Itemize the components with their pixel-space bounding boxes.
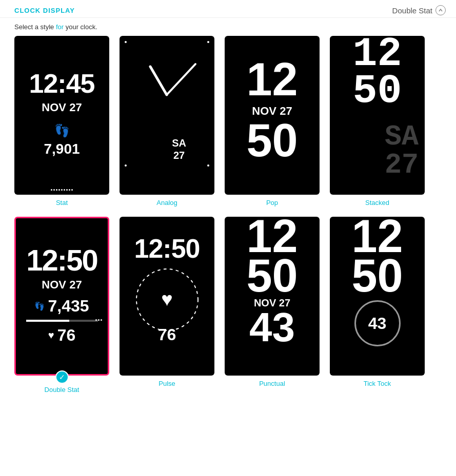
progress-fill [26, 320, 69, 322]
double-stat-date: NOV 27 [42, 278, 82, 292]
ticktock-num: 43 [354, 300, 401, 346]
clock-item-tick-tock[interactable]: 12 50 43 Tick Tock [330, 217, 425, 394]
clock-face-stacked: 12 50 SA27 [330, 36, 425, 195]
clock-face-pop: 12 NOV 27 50 [225, 36, 320, 195]
stat-time: 12:45 [29, 68, 95, 99]
punctual-label: Punctual [259, 380, 285, 387]
stacked-overlay: SA27 [385, 123, 419, 179]
analog-date: SA27 [172, 137, 186, 161]
double-stat-wrapper: 12:50 NOV 27 👣 7,435 ♥ 76 [14, 217, 109, 376]
heart-icon: ♥ [48, 329, 54, 341]
current-style-label: Double Stat [392, 6, 432, 15]
pulse-ring: ♥ [131, 264, 203, 336]
pulse-bpm: 76 [158, 325, 176, 344]
clock-face-stat: 12:45 NOV 27 👣 7,901 [14, 36, 109, 195]
clock-item-stat[interactable]: 12:45 NOV 27 👣 7,901 Stat [14, 36, 109, 206]
punctual-min: 50 [246, 256, 298, 296]
progress-bar [26, 320, 98, 322]
clock-face-punctual: 12 50 NOV 27 43 [225, 217, 320, 376]
clock-row-1: 12:45 NOV 27 👣 7,901 Stat [10, 36, 446, 206]
tick-tock-label: Tick Tock [364, 380, 391, 387]
double-stat-steps: 7,435 [48, 297, 89, 316]
clock-face-tick-tock: 12 50 43 [330, 217, 425, 376]
svg-line-1 [167, 64, 195, 95]
clock-face-double-stat: 12:50 NOV 27 👣 7,435 ♥ 76 [14, 217, 109, 376]
clock-item-pop[interactable]: 12 NOV 27 50 Pop [225, 36, 320, 206]
double-stat-heart-row: ♥ 76 [48, 326, 75, 345]
stat-steps: 7,901 [44, 141, 80, 157]
stacked-label: Stacked [365, 199, 389, 206]
stacked-min: 50 [352, 73, 402, 110]
double-stat-time: 12:50 [26, 243, 97, 277]
footsteps-icon: 👣 [54, 123, 70, 138]
corner-dot-br [207, 164, 209, 167]
page-title: CLOCK DISPLAY [14, 7, 75, 14]
punctual-num: 43 [249, 309, 295, 346]
clock-item-analog[interactable]: SA27 Analog [120, 36, 214, 206]
double-stat-heart: 76 [57, 326, 76, 345]
subtitle-text: Select a style for your clock. [0, 18, 456, 36]
page-header: CLOCK DISPLAY Double Stat [0, 0, 456, 18]
clock-item-pulse[interactable]: 12:50 ♥ 76 Pulse [120, 217, 214, 394]
analog-label: Analog [156, 199, 177, 206]
selected-checkmark: ✓ [55, 370, 69, 384]
corner-dot-bl [125, 164, 127, 167]
svg-line-0 [150, 67, 167, 95]
pop-label: Pop [266, 199, 278, 206]
stat-date: NOV 27 [42, 101, 82, 114]
pop-hour: 12 [246, 59, 298, 100]
stat-label: Stat [56, 199, 68, 206]
clock-item-punctual[interactable]: 12 50 NOV 27 43 Punctual [225, 217, 320, 394]
analog-svg [120, 36, 214, 154]
pop-min: 50 [246, 120, 298, 161]
bottom-dots [51, 189, 73, 191]
pulse-heart-icon: ♥ [161, 288, 173, 311]
double-stat-steps-row: 👣 7,435 [34, 297, 89, 316]
ticktock-min: 50 [351, 256, 403, 296]
clock-item-double-stat[interactable]: 12:50 NOV 27 👣 7,435 ♥ 76 [14, 217, 109, 394]
pulse-label: Pulse [158, 380, 175, 387]
step-icon: 👣 [34, 301, 45, 311]
clock-face-pulse: 12:50 ♥ 76 [120, 217, 214, 376]
clock-face-analog: SA27 [120, 36, 214, 195]
pulse-time: 12:50 [134, 233, 200, 264]
clock-row-2: 12:50 NOV 27 👣 7,435 ♥ 76 [10, 217, 446, 394]
progress-dots [95, 319, 102, 321]
current-style-display[interactable]: Double Stat [392, 5, 446, 15]
double-stat-label: Double Stat [45, 386, 80, 394]
clock-grid: 12:45 NOV 27 👣 7,901 Stat [0, 36, 456, 414]
chevron-up-icon[interactable] [435, 5, 446, 15]
clock-item-stacked[interactable]: 12 50 SA27 Stacked [330, 36, 425, 206]
